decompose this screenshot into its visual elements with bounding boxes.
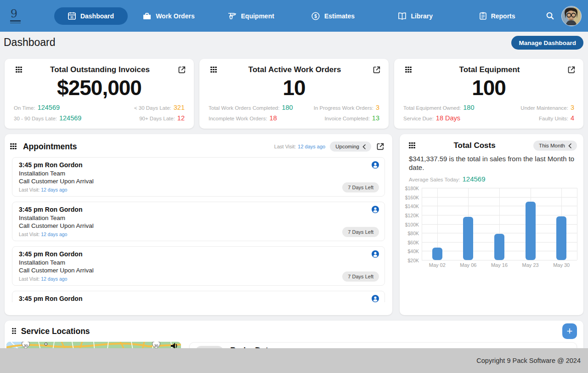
y-axis-tick: $180K	[402, 186, 419, 191]
nav-item-dashboard[interactable]: 31 Dashboard	[54, 7, 128, 25]
y-axis-tick: $60K	[402, 240, 419, 245]
appointment-team: Installation Team	[19, 259, 378, 266]
search-icon	[546, 11, 554, 20]
appointment-item[interactable]: 3:45 pm Ron Gordon Installation Team Cal…	[12, 291, 385, 302]
external-link-icon[interactable]	[372, 65, 381, 74]
appointment-team: Installation Team	[19, 170, 378, 177]
y-axis-tick: $40K	[402, 249, 419, 254]
stat-item: Incomplete Work Orders:18	[209, 114, 294, 122]
last-visit-value[interactable]: 12 days ago	[298, 144, 325, 149]
appointments-card: Appointments Last Visit: 12 days ago Upc…	[5, 134, 392, 315]
appointment-item[interactable]: 3:45 pm Ron Gordon Installation Team Cal…	[12, 157, 385, 197]
avatar-photo	[562, 6, 581, 25]
stat-item-value: 4	[571, 114, 574, 122]
nav-item-work-orders[interactable]: Work Orders	[128, 7, 210, 25]
person-icon	[372, 295, 379, 302]
x-axis-tick: May 06	[454, 262, 482, 268]
bar-may-23	[526, 202, 536, 260]
appointment-item[interactable]: 3:45 pm Ron Gordon Installation Team Cal…	[12, 246, 385, 286]
stat-card-title: Total Outstanding Invoices	[23, 65, 177, 74]
stat-item: In Progress Work Orders:3	[294, 104, 379, 111]
stat-item: Invoice Completed:13	[294, 114, 379, 122]
stat-card: Total Outstanding Invoices $250,000 On T…	[5, 59, 194, 129]
x-axis-tick: May 16	[486, 262, 513, 268]
reports-icon	[480, 12, 486, 20]
average-sales-row: Average Sales Today:124569	[400, 172, 583, 183]
footer-bar: Copyright 9 Pack Software @ 2024	[0, 348, 588, 373]
stat-item-value: 180	[282, 104, 293, 111]
person-icon	[372, 161, 379, 170]
stat-card-title: Total Equipment	[412, 65, 567, 74]
stat-item-value: 180	[463, 104, 474, 111]
days-left-badge: 7 Days Left	[342, 271, 379, 282]
stat-item: On Time:124569	[14, 104, 99, 111]
work-orders-icon	[143, 12, 151, 20]
stat-grid: On Time:124569< 30 Days Late:32130 - 90 …	[5, 98, 194, 122]
sales-bar-chart: $180K$160K$140K$120K$100K$80K$60K$40K$20…	[400, 184, 583, 271]
appointment-time-name: 3:45 pm Ron Gordon	[19, 295, 378, 302]
person-icon	[372, 250, 379, 260]
stat-item: Total Equipment Owned:180	[403, 104, 489, 111]
appointments-list: 3:45 pm Ron Gordon Installation Team Cal…	[12, 157, 385, 302]
costs-summary: $341,337.59 is the total in sales from t…	[400, 151, 583, 172]
bar-may-30	[556, 216, 566, 260]
stat-item-value: 124569	[59, 114, 81, 122]
appointment-last-visit: Last Visit: 12 days ago	[19, 232, 378, 237]
external-link-icon[interactable]	[376, 142, 385, 151]
drag-handle-icon[interactable]	[210, 67, 217, 73]
external-link-icon[interactable]	[567, 65, 576, 74]
app-logo[interactable]: 9	[0, 8, 21, 23]
stat-item-value: 124569	[38, 104, 60, 111]
nav-item-estimates[interactable]: $ Estimates	[292, 7, 374, 25]
stat-item-value: 321	[174, 104, 185, 111]
nav-item-equipment[interactable]: Equipment	[210, 7, 292, 25]
stat-item: Total Work Orders Completed:180	[209, 104, 294, 111]
manage-dashboard-button[interactable]: Manage Dashboard	[511, 36, 583, 50]
appointment-team: Installation Team	[19, 215, 378, 221]
appointments-title: Appointments	[23, 142, 77, 152]
y-axis-tick: $80K	[402, 231, 419, 236]
stat-card-value: $250,000	[5, 77, 194, 98]
days-left-badge: 7 Days Left	[342, 227, 379, 237]
stat-card-value: 10	[199, 77, 389, 98]
chevron-left-icon	[568, 143, 571, 148]
drag-handle-icon[interactable]	[16, 67, 23, 73]
top-nav: 9 31 Dashboard Work Orders Equipment $ E…	[0, 0, 588, 32]
stat-item-value: 18 Days	[436, 114, 460, 122]
stat-card-title: Total Active Work Orders	[217, 65, 372, 74]
appointment-note: Call Customer Upon Arrival	[19, 178, 378, 185]
drag-handle-icon[interactable]	[409, 142, 416, 149]
stat-item: Faulty Units:4	[489, 114, 574, 122]
nav-item-library[interactable]: Library	[374, 7, 456, 25]
drag-handle-icon[interactable]	[405, 67, 412, 73]
x-axis-tick: May 23	[517, 262, 544, 268]
last-visit-label: Last Visit:	[274, 144, 296, 149]
drag-handle-icon[interactable]	[10, 143, 17, 150]
person-icon	[372, 206, 379, 215]
external-link-icon[interactable]	[177, 65, 187, 74]
stat-item: 30 - 90 Days Late:124569	[14, 114, 99, 122]
user-avatar[interactable]	[559, 6, 588, 26]
stat-cards-row: Total Outstanding Invoices $250,000 On T…	[5, 59, 583, 129]
add-location-button[interactable]: +	[562, 323, 577, 339]
appointment-last-visit: Last Visit: 12 days ago	[19, 187, 378, 192]
nav-item-reports[interactable]: Reports	[456, 7, 538, 25]
bar-may-06	[463, 217, 473, 260]
appointment-time-name: 3:45 pm Ron Gordon	[19, 250, 378, 258]
stat-item-value: 18	[270, 114, 277, 122]
appointment-note: Call Customer Upon Arrival	[19, 222, 378, 229]
total-costs-card: Total Costs This Month $341,337.59 is th…	[400, 134, 583, 315]
dashboard-icon: 31	[68, 12, 76, 20]
appointment-item[interactable]: 3:45 pm Ron Gordon Installation Team Cal…	[12, 202, 385, 241]
average-sales-value: 124569	[462, 175, 485, 183]
upcoming-filter[interactable]: Upcoming	[330, 141, 371, 152]
y-axis-tick: $100K	[402, 222, 419, 227]
appointment-note: Call Customer Upon Arrival	[19, 267, 378, 274]
stat-item-value: 3	[376, 104, 379, 111]
search-button[interactable]	[541, 11, 559, 20]
stat-item: 90+ Days Late:12	[99, 114, 185, 122]
y-axis-tick: $20K	[402, 258, 419, 263]
period-filter[interactable]: This Month	[533, 141, 577, 151]
equipment-icon	[228, 12, 237, 20]
drag-handle-icon[interactable]	[12, 328, 17, 335]
